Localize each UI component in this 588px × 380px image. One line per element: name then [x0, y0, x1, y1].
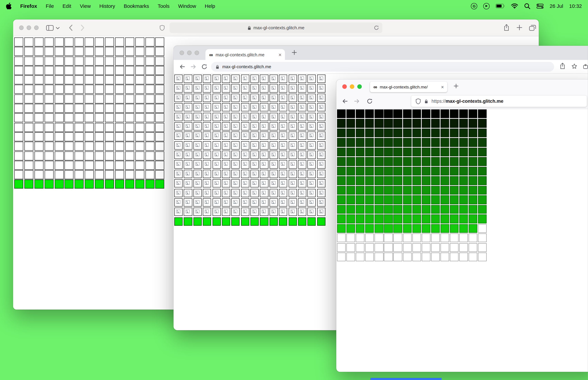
canvas-cell: [212, 198, 221, 207]
reload-button[interactable]: [201, 64, 207, 71]
canvas-cell: [14, 38, 23, 46]
address-bar[interactable]: max-gl-contexts.glitch.me: [211, 62, 554, 72]
tab-close-button[interactable]: ×: [279, 52, 282, 57]
canvas-cell: [375, 214, 383, 223]
address-bar[interactable]: https://max-gl-contexts.glitch.me: [411, 95, 587, 107]
play-triangle: [486, 5, 488, 7]
play-status-icon[interactable]: [483, 3, 490, 9]
menu-edit[interactable]: Edit: [63, 3, 71, 9]
canvas-cell: [95, 75, 104, 84]
tab-title: max-gl-contexts.glitch.me: [216, 52, 265, 57]
zoom-button[interactable]: [34, 25, 39, 30]
back-button[interactable]: [341, 98, 348, 106]
reload-button[interactable]: [374, 25, 379, 32]
browser-tab[interactable]: ∞ max-gl-contexts.glitch.me ×: [206, 49, 285, 60]
menu-file[interactable]: File: [46, 3, 54, 9]
canvas-cell: [44, 132, 54, 141]
canvas-cell: [55, 47, 64, 56]
menu-help[interactable]: Help: [205, 3, 215, 9]
reload-button[interactable]: [367, 98, 373, 106]
new-tab-button[interactable]: [516, 24, 523, 32]
broken-image-icon: [281, 152, 285, 156]
canvas-cell: [478, 214, 487, 223]
canvas-cell: [279, 179, 287, 188]
back-button[interactable]: [179, 63, 186, 72]
broken-image-icon: [252, 209, 256, 213]
forward-button[interactable]: [190, 63, 197, 72]
sidebar-toggle-button[interactable]: [46, 25, 59, 31]
canvas-cell: [241, 132, 249, 140]
canvas-cell: [105, 151, 114, 160]
share-button[interactable]: [560, 63, 565, 71]
apple-logo-icon[interactable]: [6, 2, 12, 9]
minimize-button[interactable]: [27, 25, 31, 30]
extensions-puzzle-icon[interactable]: [583, 63, 588, 71]
canvas-cell: [105, 123, 114, 132]
broken-image-icon: [271, 133, 275, 137]
canvas-cell: [403, 167, 412, 175]
canvas-cell: [115, 57, 124, 65]
zoom-button[interactable]: [357, 84, 362, 89]
zoom-button[interactable]: [195, 51, 199, 55]
broken-image-icon: [252, 105, 256, 109]
broken-image-icon: [205, 86, 209, 90]
battery-icon[interactable]: [496, 4, 505, 8]
broken-image-icon: [224, 172, 228, 175]
new-tab-button[interactable]: [291, 50, 297, 57]
forward-button[interactable]: [354, 98, 360, 106]
broken-image-icon: [243, 114, 247, 118]
menubar-clock[interactable]: 10:32: [569, 3, 582, 9]
canvas-cell: [95, 47, 104, 56]
broken-image-icon: [195, 76, 199, 80]
menu-window[interactable]: Window: [178, 3, 196, 9]
address-bar[interactable]: max-gl-contexts.glitch.me: [170, 22, 382, 33]
close-button[interactable]: [19, 25, 23, 30]
broken-image-icon: [271, 105, 275, 109]
close-button[interactable]: [342, 84, 347, 89]
canvas-cell: [394, 138, 402, 147]
canvas-cell: [288, 141, 297, 150]
wifi-icon[interactable]: [511, 3, 518, 9]
canvas-cell: [125, 47, 134, 56]
menubar-date[interactable]: 26 Jul: [550, 3, 563, 9]
window-controls: [19, 25, 39, 30]
canvas-cell: [203, 94, 211, 102]
close-button[interactable]: [179, 51, 184, 55]
canvas-cell: [469, 233, 477, 242]
menu-bookmarks[interactable]: Bookmarks: [124, 3, 149, 9]
canvas-cell: [250, 208, 259, 216]
forward-button[interactable]: [81, 24, 85, 33]
minimize-button[interactable]: [187, 51, 191, 55]
control-center-icon[interactable]: [537, 3, 544, 8]
back-button[interactable]: [69, 24, 73, 33]
broken-image-icon: [300, 181, 304, 185]
forward-arrow-icon: [354, 98, 360, 105]
broken-image-icon: [262, 76, 266, 80]
canvas-cell: [115, 85, 124, 94]
canvas-cell: [279, 132, 287, 140]
menu-history[interactable]: History: [99, 3, 115, 9]
canvas-cell: [155, 170, 164, 179]
canvas-cell: [375, 119, 383, 128]
canvas-cell: [384, 148, 393, 156]
tab-overview-button[interactable]: [529, 25, 536, 33]
canvas-cell: [307, 198, 316, 207]
browser-tab[interactable]: ∞ max-gl-contexts.glitch.me/ ×: [370, 82, 447, 92]
broken-image-icon: [243, 209, 247, 213]
tab-close-button[interactable]: ×: [441, 85, 444, 90]
minimize-button[interactable]: [350, 84, 354, 89]
menu-tools[interactable]: Tools: [158, 3, 170, 9]
bookmark-star-button[interactable]: [571, 63, 577, 71]
canvas-cell: [478, 176, 487, 185]
new-tab-button[interactable]: [453, 83, 459, 90]
canvas-cell: [431, 195, 440, 204]
menubar-app-name[interactable]: Firefox: [20, 3, 37, 9]
share-button[interactable]: [503, 24, 509, 33]
canvas-cell: [250, 141, 259, 150]
menu-view[interactable]: View: [80, 3, 91, 9]
google-status-icon[interactable]: G: [471, 3, 477, 9]
privacy-shield-icon[interactable]: [159, 25, 165, 33]
broken-image-icon: [271, 95, 275, 99]
spotlight-search-icon[interactable]: [524, 3, 531, 9]
canvas-cell: [193, 217, 202, 226]
